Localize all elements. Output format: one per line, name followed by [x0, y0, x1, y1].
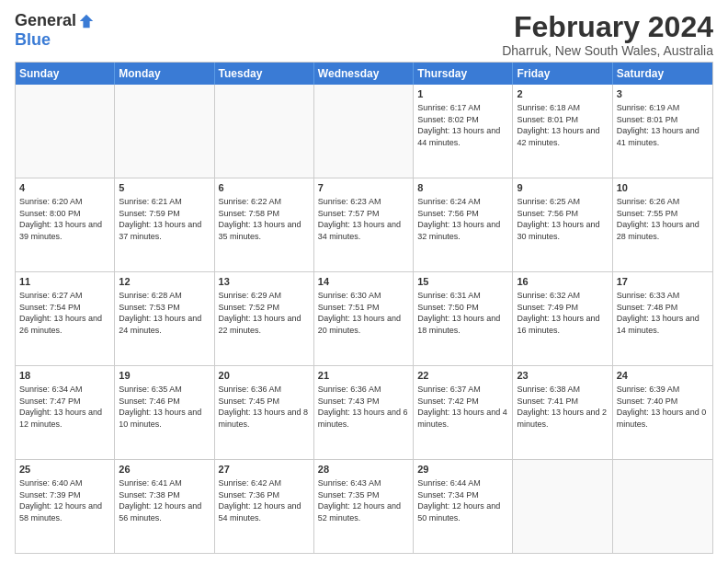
day-info-3: Sunrise: 6:19 AM Sunset: 8:01 PM Dayligh… — [617, 102, 709, 148]
day-number-21: 21 — [318, 369, 409, 383]
day-number-12: 12 — [119, 275, 210, 289]
calendar-subtitle: Dharruk, New South Wales, Australia — [502, 43, 713, 58]
day-info-11: Sunrise: 6:27 AM Sunset: 7:54 PM Dayligh… — [19, 290, 110, 336]
day-15: 15Sunrise: 6:31 AM Sunset: 7:50 PM Dayli… — [414, 272, 513, 365]
day-3: 3Sunrise: 6:19 AM Sunset: 8:01 PM Daylig… — [613, 85, 712, 178]
day-info-4: Sunrise: 6:20 AM Sunset: 8:00 PM Dayligh… — [19, 196, 110, 242]
logo-icon — [78, 13, 95, 29]
logo: General Blue — [15, 11, 95, 50]
day-23: 23Sunrise: 6:38 AM Sunset: 7:41 PM Dayli… — [513, 366, 612, 459]
header: General Blue February 2024 Dharruk, New … — [15, 11, 713, 58]
day-12: 12Sunrise: 6:28 AM Sunset: 7:53 PM Dayli… — [115, 272, 214, 365]
day-29: 29Sunrise: 6:44 AM Sunset: 7:34 PM Dayli… — [414, 460, 513, 553]
day-11: 11Sunrise: 6:27 AM Sunset: 7:54 PM Dayli… — [16, 272, 115, 365]
day-number-17: 17 — [617, 275, 709, 289]
empty-cell-0-2 — [215, 85, 314, 178]
day-number-4: 4 — [19, 181, 110, 195]
day-number-28: 28 — [318, 463, 409, 477]
empty-cell-0-0 — [16, 85, 115, 178]
day-info-7: Sunrise: 6:23 AM Sunset: 7:57 PM Dayligh… — [318, 196, 409, 242]
day-number-29: 29 — [417, 463, 508, 477]
header-saturday: Saturday — [613, 63, 712, 85]
empty-cell-0-3 — [314, 85, 414, 178]
header-wednesday: Wednesday — [314, 63, 414, 85]
day-number-14: 14 — [318, 275, 409, 289]
day-info-16: Sunrise: 6:32 AM Sunset: 7:49 PM Dayligh… — [517, 290, 608, 336]
day-8: 8Sunrise: 6:24 AM Sunset: 7:56 PM Daylig… — [414, 178, 513, 271]
day-20: 20Sunrise: 6:36 AM Sunset: 7:45 PM Dayli… — [215, 366, 314, 459]
calendar-row-4: 18Sunrise: 6:34 AM Sunset: 7:47 PM Dayli… — [16, 365, 712, 459]
day-info-9: Sunrise: 6:25 AM Sunset: 7:56 PM Dayligh… — [517, 196, 608, 242]
calendar-body: 1Sunrise: 6:17 AM Sunset: 8:02 PM Daylig… — [16, 85, 712, 553]
day-info-22: Sunrise: 6:37 AM Sunset: 7:42 PM Dayligh… — [417, 384, 508, 430]
day-number-22: 22 — [417, 369, 508, 383]
day-info-19: Sunrise: 6:35 AM Sunset: 7:46 PM Dayligh… — [119, 384, 210, 430]
day-17: 17Sunrise: 6:33 AM Sunset: 7:48 PM Dayli… — [613, 272, 712, 365]
calendar-row-5: 25Sunrise: 6:40 AM Sunset: 7:39 PM Dayli… — [16, 459, 712, 553]
day-number-3: 3 — [617, 87, 709, 101]
header-thursday: Thursday — [414, 63, 513, 85]
day-7: 7Sunrise: 6:23 AM Sunset: 7:57 PM Daylig… — [314, 178, 414, 271]
day-1: 1Sunrise: 6:17 AM Sunset: 8:02 PM Daylig… — [414, 85, 513, 178]
day-number-26: 26 — [119, 463, 210, 477]
calendar-title: February 2024 — [502, 11, 713, 43]
day-info-2: Sunrise: 6:18 AM Sunset: 8:01 PM Dayligh… — [517, 102, 608, 148]
day-info-6: Sunrise: 6:22 AM Sunset: 7:58 PM Dayligh… — [219, 196, 310, 242]
header-monday: Monday — [115, 63, 214, 85]
day-info-25: Sunrise: 6:40 AM Sunset: 7:39 PM Dayligh… — [19, 477, 110, 523]
day-2: 2Sunrise: 6:18 AM Sunset: 8:01 PM Daylig… — [513, 85, 612, 178]
day-number-23: 23 — [517, 369, 608, 383]
day-14: 14Sunrise: 6:30 AM Sunset: 7:51 PM Dayli… — [314, 272, 414, 365]
day-number-16: 16 — [517, 275, 608, 289]
day-info-10: Sunrise: 6:26 AM Sunset: 7:55 PM Dayligh… — [617, 196, 709, 242]
day-13: 13Sunrise: 6:29 AM Sunset: 7:52 PM Dayli… — [215, 272, 314, 365]
page: General Blue February 2024 Dharruk, New … — [0, 0, 728, 563]
day-26: 26Sunrise: 6:41 AM Sunset: 7:38 PM Dayli… — [115, 460, 214, 553]
day-16: 16Sunrise: 6:32 AM Sunset: 7:49 PM Dayli… — [513, 272, 612, 365]
day-22: 22Sunrise: 6:37 AM Sunset: 7:42 PM Dayli… — [414, 366, 513, 459]
day-number-24: 24 — [617, 369, 709, 383]
day-9: 9Sunrise: 6:25 AM Sunset: 7:56 PM Daylig… — [513, 178, 612, 271]
calendar-header: Sunday Monday Tuesday Wednesday Thursday… — [16, 63, 712, 85]
day-number-2: 2 — [517, 87, 608, 101]
day-info-21: Sunrise: 6:36 AM Sunset: 7:43 PM Dayligh… — [318, 384, 409, 430]
header-friday: Friday — [513, 63, 612, 85]
day-24: 24Sunrise: 6:39 AM Sunset: 7:40 PM Dayli… — [613, 366, 712, 459]
day-28: 28Sunrise: 6:43 AM Sunset: 7:35 PM Dayli… — [314, 460, 414, 553]
calendar-row-1: 1Sunrise: 6:17 AM Sunset: 8:02 PM Daylig… — [16, 85, 712, 178]
header-tuesday: Tuesday — [215, 63, 314, 85]
day-18: 18Sunrise: 6:34 AM Sunset: 7:47 PM Dayli… — [16, 366, 115, 459]
day-info-27: Sunrise: 6:42 AM Sunset: 7:36 PM Dayligh… — [219, 477, 310, 523]
day-info-29: Sunrise: 6:44 AM Sunset: 7:34 PM Dayligh… — [417, 477, 508, 523]
calendar-row-2: 4Sunrise: 6:20 AM Sunset: 8:00 PM Daylig… — [16, 178, 712, 271]
empty-cell-4-5 — [513, 460, 612, 553]
day-info-1: Sunrise: 6:17 AM Sunset: 8:02 PM Dayligh… — [417, 102, 508, 148]
logo-blue-text: Blue — [15, 30, 51, 50]
day-info-17: Sunrise: 6:33 AM Sunset: 7:48 PM Dayligh… — [617, 290, 709, 336]
day-number-5: 5 — [119, 181, 210, 195]
day-10: 10Sunrise: 6:26 AM Sunset: 7:55 PM Dayli… — [613, 178, 712, 271]
day-info-26: Sunrise: 6:41 AM Sunset: 7:38 PM Dayligh… — [119, 477, 210, 523]
day-number-8: 8 — [417, 181, 508, 195]
day-19: 19Sunrise: 6:35 AM Sunset: 7:46 PM Dayli… — [115, 366, 214, 459]
day-number-19: 19 — [119, 369, 210, 383]
day-info-23: Sunrise: 6:38 AM Sunset: 7:41 PM Dayligh… — [517, 384, 608, 430]
calendar: Sunday Monday Tuesday Wednesday Thursday… — [15, 62, 713, 554]
day-21: 21Sunrise: 6:36 AM Sunset: 7:43 PM Dayli… — [314, 366, 414, 459]
svg-marker-0 — [80, 14, 93, 27]
day-number-1: 1 — [417, 87, 508, 101]
day-number-20: 20 — [219, 369, 310, 383]
day-number-10: 10 — [617, 181, 709, 195]
day-info-5: Sunrise: 6:21 AM Sunset: 7:59 PM Dayligh… — [119, 196, 210, 242]
day-6: 6Sunrise: 6:22 AM Sunset: 7:58 PM Daylig… — [215, 178, 314, 271]
day-number-27: 27 — [219, 463, 310, 477]
day-info-18: Sunrise: 6:34 AM Sunset: 7:47 PM Dayligh… — [19, 384, 110, 430]
day-number-7: 7 — [318, 181, 409, 195]
day-info-12: Sunrise: 6:28 AM Sunset: 7:53 PM Dayligh… — [119, 290, 210, 336]
day-25: 25Sunrise: 6:40 AM Sunset: 7:39 PM Dayli… — [16, 460, 115, 553]
day-27: 27Sunrise: 6:42 AM Sunset: 7:36 PM Dayli… — [215, 460, 314, 553]
day-info-13: Sunrise: 6:29 AM Sunset: 7:52 PM Dayligh… — [219, 290, 310, 336]
day-info-28: Sunrise: 6:43 AM Sunset: 7:35 PM Dayligh… — [318, 477, 409, 523]
logo-general-text: General — [15, 11, 76, 30]
calendar-row-3: 11Sunrise: 6:27 AM Sunset: 7:54 PM Dayli… — [16, 271, 712, 365]
